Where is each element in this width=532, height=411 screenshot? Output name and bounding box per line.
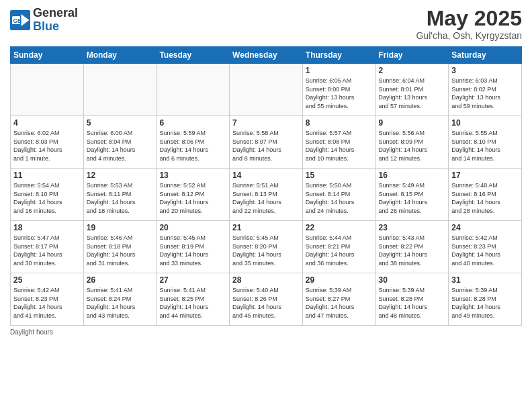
day-number: 31 <box>451 275 519 285</box>
day-number: 19 <box>87 223 154 232</box>
title-block: May 2025 Gul'cha, Osh, Kyrgyzstan <box>416 7 522 41</box>
day-number: 24 <box>451 223 519 232</box>
day-info: Sunrise: 6:03 AM Sunset: 8:02 PM Dayligh… <box>451 77 519 110</box>
day-number: 2 <box>379 66 446 75</box>
calendar-cell: 8Sunrise: 5:57 AM Sunset: 8:08 PM Daylig… <box>302 116 375 169</box>
calendar-cell: 12Sunrise: 5:53 AM Sunset: 8:11 PM Dayli… <box>83 169 157 221</box>
day-info: Sunrise: 6:02 AM Sunset: 8:03 PM Dayligh… <box>13 129 81 163</box>
logo-icon: GB <box>10 10 30 30</box>
footer-note: Daylight hours <box>10 328 522 336</box>
day-info: Sunrise: 5:41 AM Sunset: 8:25 PM Dayligh… <box>159 286 226 320</box>
day-number: 7 <box>232 118 300 128</box>
calendar-cell: 29Sunrise: 5:39 AM Sunset: 8:27 PM Dayli… <box>302 273 375 326</box>
day-number: 15 <box>306 171 373 180</box>
day-number: 13 <box>159 171 226 180</box>
page-header: GB General Blue May 2025 Gul'cha, Osh, K… <box>10 7 522 41</box>
calendar-cell: 17Sunrise: 5:48 AM Sunset: 8:16 PM Dayli… <box>449 169 522 221</box>
day-info: Sunrise: 5:59 AM Sunset: 8:06 PM Dayligh… <box>159 129 226 163</box>
col-header-monday: Monday <box>83 47 157 64</box>
day-number: 8 <box>306 118 373 128</box>
calendar-cell <box>11 64 84 116</box>
day-info: Sunrise: 6:04 AM Sunset: 8:01 PM Dayligh… <box>379 77 446 110</box>
calendar-cell <box>83 64 157 116</box>
calendar-cell: 1Sunrise: 6:05 AM Sunset: 8:00 PM Daylig… <box>302 64 375 116</box>
location-text: Gul'cha, Osh, Kyrgyzstan <box>416 30 522 41</box>
day-info: Sunrise: 5:45 AM Sunset: 8:19 PM Dayligh… <box>159 234 226 267</box>
day-number: 28 <box>232 275 300 285</box>
col-header-thursday: Thursday <box>302 47 375 64</box>
calendar-cell: 7Sunrise: 5:58 AM Sunset: 8:07 PM Daylig… <box>230 116 303 169</box>
calendar-cell: 23Sunrise: 5:43 AM Sunset: 8:22 PM Dayli… <box>375 221 449 273</box>
calendar-cell: 22Sunrise: 5:44 AM Sunset: 8:21 PM Dayli… <box>302 221 375 273</box>
day-info: Sunrise: 5:49 AM Sunset: 8:15 PM Dayligh… <box>379 181 446 215</box>
day-number: 6 <box>159 118 226 128</box>
day-info: Sunrise: 5:51 AM Sunset: 8:13 PM Dayligh… <box>232 181 300 215</box>
day-number: 16 <box>379 171 446 180</box>
calendar-cell: 21Sunrise: 5:45 AM Sunset: 8:20 PM Dayli… <box>230 221 303 273</box>
calendar-cell: 5Sunrise: 6:00 AM Sunset: 8:04 PM Daylig… <box>83 116 157 169</box>
day-number: 27 <box>159 275 226 285</box>
day-info: Sunrise: 5:57 AM Sunset: 8:08 PM Dayligh… <box>306 129 373 163</box>
day-info: Sunrise: 6:00 AM Sunset: 8:04 PM Dayligh… <box>87 129 154 163</box>
calendar-cell <box>157 64 230 116</box>
day-number: 3 <box>451 66 519 75</box>
logo-blue-text: Blue <box>33 20 78 34</box>
calendar-week-row: 4Sunrise: 6:02 AM Sunset: 8:03 PM Daylig… <box>11 116 522 169</box>
col-header-friday: Friday <box>375 47 449 64</box>
calendar-cell: 4Sunrise: 6:02 AM Sunset: 8:03 PM Daylig… <box>11 116 84 169</box>
day-number: 14 <box>232 171 300 180</box>
calendar-cell: 25Sunrise: 5:42 AM Sunset: 8:23 PM Dayli… <box>11 273 84 326</box>
calendar-cell: 13Sunrise: 5:52 AM Sunset: 8:12 PM Dayli… <box>157 169 230 221</box>
day-info: Sunrise: 5:52 AM Sunset: 8:12 PM Dayligh… <box>159 181 226 215</box>
day-number: 17 <box>451 171 519 180</box>
day-info: Sunrise: 5:42 AM Sunset: 8:23 PM Dayligh… <box>13 286 81 320</box>
col-header-saturday: Saturday <box>449 47 522 64</box>
day-number: 30 <box>379 275 446 285</box>
logo-text: General Blue <box>33 7 78 34</box>
calendar-cell: 24Sunrise: 5:42 AM Sunset: 8:23 PM Dayli… <box>449 221 522 273</box>
calendar-week-row: 25Sunrise: 5:42 AM Sunset: 8:23 PM Dayli… <box>11 273 522 326</box>
calendar-table: SundayMondayTuesdayWednesdayThursdayFrid… <box>10 46 522 326</box>
calendar-cell: 3Sunrise: 6:03 AM Sunset: 8:02 PM Daylig… <box>449 64 522 116</box>
day-info: Sunrise: 6:05 AM Sunset: 8:00 PM Dayligh… <box>306 77 373 110</box>
calendar-cell: 18Sunrise: 5:47 AM Sunset: 8:17 PM Dayli… <box>11 221 84 273</box>
day-number: 11 <box>13 171 81 180</box>
day-info: Sunrise: 5:50 AM Sunset: 8:14 PM Dayligh… <box>306 181 373 215</box>
day-info: Sunrise: 5:56 AM Sunset: 8:09 PM Dayligh… <box>379 129 446 163</box>
calendar-cell: 14Sunrise: 5:51 AM Sunset: 8:13 PM Dayli… <box>230 169 303 221</box>
calendar-week-row: 1Sunrise: 6:05 AM Sunset: 8:00 PM Daylig… <box>11 64 522 116</box>
calendar-cell: 27Sunrise: 5:41 AM Sunset: 8:25 PM Dayli… <box>157 273 230 326</box>
day-info: Sunrise: 5:45 AM Sunset: 8:20 PM Dayligh… <box>232 234 300 267</box>
calendar-week-row: 18Sunrise: 5:47 AM Sunset: 8:17 PM Dayli… <box>11 221 522 273</box>
calendar-header-row: SundayMondayTuesdayWednesdayThursdayFrid… <box>11 47 522 64</box>
day-number: 21 <box>232 223 300 232</box>
calendar-cell: 28Sunrise: 5:40 AM Sunset: 8:26 PM Dayli… <box>230 273 303 326</box>
day-number: 9 <box>379 118 446 128</box>
day-info: Sunrise: 5:39 AM Sunset: 8:28 PM Dayligh… <box>451 286 519 320</box>
calendar-cell: 31Sunrise: 5:39 AM Sunset: 8:28 PM Dayli… <box>449 273 522 326</box>
day-info: Sunrise: 5:42 AM Sunset: 8:23 PM Dayligh… <box>451 234 519 267</box>
calendar-cell: 11Sunrise: 5:54 AM Sunset: 8:10 PM Dayli… <box>11 169 84 221</box>
logo: GB General Blue <box>10 7 78 34</box>
day-number: 5 <box>87 118 154 128</box>
day-number: 1 <box>306 66 373 75</box>
calendar-cell: 20Sunrise: 5:45 AM Sunset: 8:19 PM Dayli… <box>157 221 230 273</box>
day-info: Sunrise: 5:58 AM Sunset: 8:07 PM Dayligh… <box>232 129 300 163</box>
day-number: 4 <box>13 118 81 128</box>
day-number: 26 <box>87 275 154 285</box>
day-info: Sunrise: 5:46 AM Sunset: 8:18 PM Dayligh… <box>87 234 154 267</box>
svg-text:GB: GB <box>13 18 21 24</box>
calendar-cell: 16Sunrise: 5:49 AM Sunset: 8:15 PM Dayli… <box>375 169 449 221</box>
day-number: 23 <box>379 223 446 232</box>
day-info: Sunrise: 5:47 AM Sunset: 8:17 PM Dayligh… <box>13 234 81 267</box>
calendar-cell: 2Sunrise: 6:04 AM Sunset: 8:01 PM Daylig… <box>375 64 449 116</box>
day-number: 22 <box>306 223 373 232</box>
day-info: Sunrise: 5:53 AM Sunset: 8:11 PM Dayligh… <box>87 181 154 215</box>
day-number: 18 <box>13 223 81 232</box>
calendar-cell: 10Sunrise: 5:55 AM Sunset: 8:10 PM Dayli… <box>449 116 522 169</box>
month-title: May 2025 <box>416 7 522 30</box>
day-info: Sunrise: 5:54 AM Sunset: 8:10 PM Dayligh… <box>13 181 81 215</box>
day-number: 10 <box>451 118 519 128</box>
day-info: Sunrise: 5:55 AM Sunset: 8:10 PM Dayligh… <box>451 129 519 163</box>
day-info: Sunrise: 5:43 AM Sunset: 8:22 PM Dayligh… <box>379 234 446 267</box>
